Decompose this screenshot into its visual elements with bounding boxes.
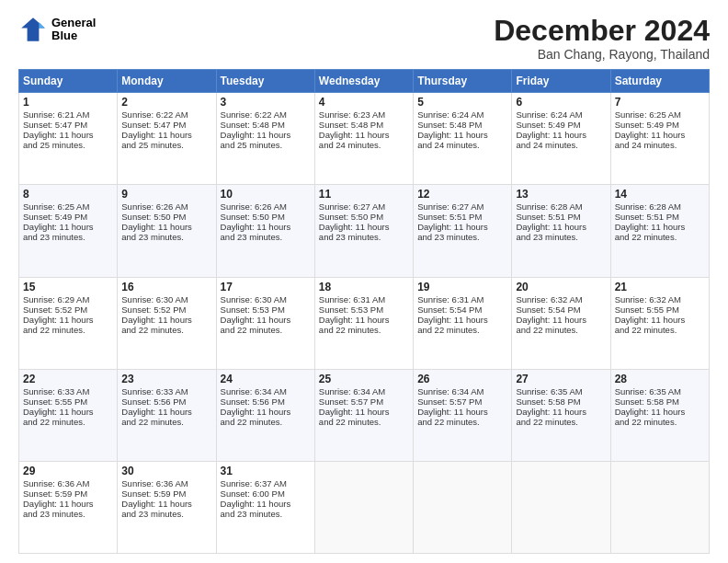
calendar-day: [414, 461, 512, 553]
day-number: 20: [516, 281, 606, 293]
day-number: 14: [615, 188, 705, 201]
day-number: 12: [417, 188, 507, 201]
day-info: Sunset: 5:48 PM: [417, 120, 507, 130]
day-info: Daylight: 11 hours: [23, 499, 113, 509]
day-info: and 22 minutes.: [417, 325, 507, 335]
calendar-day: 30Sunrise: 6:36 AMSunset: 5:59 PMDayligh…: [118, 461, 216, 553]
day-info: Sunrise: 6:28 AM: [615, 201, 705, 212]
calendar-day: 29Sunrise: 6:36 AMSunset: 5:59 PMDayligh…: [19, 461, 118, 553]
day-info: Sunset: 5:51 PM: [417, 212, 507, 222]
header-sunday: Sunday: [19, 70, 118, 93]
day-info: Sunrise: 6:36 AM: [121, 478, 211, 488]
day-info: and 22 minutes.: [615, 232, 705, 242]
day-number: 26: [417, 373, 507, 385]
svg-marker-0: [21, 17, 45, 41]
day-info: Sunset: 5:58 PM: [516, 396, 606, 407]
day-info: Sunrise: 6:36 AM: [23, 478, 113, 488]
day-info: Sunset: 5:47 PM: [23, 120, 113, 130]
day-info: Sunrise: 6:24 AM: [516, 109, 606, 120]
day-info: Sunrise: 6:26 AM: [221, 201, 311, 212]
day-info: and 22 minutes.: [615, 325, 705, 335]
day-info: Daylight: 11 hours: [319, 407, 409, 417]
calendar-week-1: 8Sunrise: 6:25 AMSunset: 5:49 PMDaylight…: [19, 185, 710, 277]
day-info: and 23 minutes.: [221, 509, 311, 519]
day-number: 24: [221, 373, 311, 385]
logo: General Blue: [18, 15, 96, 44]
day-info: and 24 minutes.: [516, 140, 606, 150]
day-info: Sunset: 5:51 PM: [615, 212, 705, 222]
header-wednesday: Wednesday: [314, 70, 413, 93]
day-info: and 23 minutes.: [516, 232, 606, 242]
day-info: Sunrise: 6:35 AM: [516, 386, 606, 396]
calendar-day: 4Sunrise: 6:23 AMSunset: 5:48 PMDaylight…: [314, 93, 413, 185]
calendar-day: 9Sunrise: 6:26 AMSunset: 5:50 PMDaylight…: [118, 185, 216, 277]
calendar-day: 28Sunrise: 6:35 AMSunset: 5:58 PMDayligh…: [610, 369, 709, 461]
day-info: and 22 minutes.: [23, 417, 113, 427]
day-info: Sunset: 5:57 PM: [319, 396, 409, 407]
calendar-header-row: SundayMondayTuesdayWednesdayThursdayFrid…: [19, 70, 710, 93]
day-number: 11: [319, 188, 409, 201]
day-info: and 25 minutes.: [23, 140, 113, 150]
day-number: 4: [319, 96, 409, 109]
day-info: and 23 minutes.: [23, 232, 113, 242]
calendar-week-0: 1Sunrise: 6:21 AMSunset: 5:47 PMDaylight…: [19, 93, 710, 185]
day-number: 15: [23, 281, 113, 293]
day-info: and 25 minutes.: [221, 140, 311, 150]
day-info: Sunrise: 6:30 AM: [121, 294, 211, 304]
day-info: Sunrise: 6:29 AM: [23, 294, 113, 304]
day-info: and 22 minutes.: [319, 417, 409, 427]
day-info: Sunset: 5:59 PM: [23, 488, 113, 499]
day-number: 13: [516, 188, 606, 201]
calendar-week-4: 29Sunrise: 6:36 AMSunset: 5:59 PMDayligh…: [19, 461, 710, 553]
day-info: Sunset: 5:51 PM: [516, 212, 606, 222]
day-number: 30: [121, 465, 211, 477]
day-info: Daylight: 11 hours: [23, 315, 113, 325]
day-info: Sunset: 5:53 PM: [319, 304, 409, 315]
day-info: and 23 minutes.: [221, 232, 311, 242]
day-info: Sunset: 5:52 PM: [121, 304, 211, 315]
calendar-day: 14Sunrise: 6:28 AMSunset: 5:51 PMDayligh…: [610, 185, 709, 277]
day-info: and 22 minutes.: [615, 417, 705, 427]
calendar-day: 15Sunrise: 6:29 AMSunset: 5:52 PMDayligh…: [19, 277, 118, 369]
day-info: Daylight: 11 hours: [319, 130, 409, 140]
calendar-day: 7Sunrise: 6:25 AMSunset: 5:49 PMDaylight…: [610, 93, 709, 185]
day-info: Sunrise: 6:25 AM: [23, 201, 113, 212]
day-number: 27: [516, 373, 606, 385]
day-number: 2: [121, 96, 211, 109]
day-info: Daylight: 11 hours: [23, 130, 113, 140]
day-number: 1: [23, 96, 113, 109]
day-info: Daylight: 11 hours: [417, 315, 507, 325]
calendar-day: 20Sunrise: 6:32 AMSunset: 5:54 PMDayligh…: [512, 277, 610, 369]
calendar-day: 11Sunrise: 6:27 AMSunset: 5:50 PMDayligh…: [314, 185, 413, 277]
day-info: Daylight: 11 hours: [417, 222, 507, 232]
calendar-day: [610, 461, 709, 553]
calendar-day: 23Sunrise: 6:33 AMSunset: 5:56 PMDayligh…: [118, 369, 216, 461]
day-info: Sunrise: 6:22 AM: [121, 109, 211, 120]
header-saturday: Saturday: [610, 70, 709, 93]
logo-text: General Blue: [51, 17, 96, 43]
day-info: Daylight: 11 hours: [221, 130, 311, 140]
day-info: Sunrise: 6:21 AM: [23, 109, 113, 120]
calendar-day: 25Sunrise: 6:34 AMSunset: 5:57 PMDayligh…: [314, 369, 413, 461]
day-number: 10: [221, 188, 311, 201]
day-info: Daylight: 11 hours: [417, 407, 507, 417]
day-info: Daylight: 11 hours: [121, 222, 211, 232]
day-info: Sunrise: 6:22 AM: [221, 109, 311, 120]
day-info: Daylight: 11 hours: [121, 315, 211, 325]
day-number: 3: [221, 96, 311, 109]
day-number: 29: [23, 465, 113, 477]
day-number: 8: [23, 188, 113, 201]
calendar-day: 6Sunrise: 6:24 AMSunset: 5:49 PMDaylight…: [512, 93, 610, 185]
day-info: and 24 minutes.: [615, 140, 705, 150]
day-info: Sunset: 5:47 PM: [121, 120, 211, 130]
day-info: Sunset: 5:55 PM: [23, 396, 113, 407]
calendar-day: [512, 461, 610, 553]
day-info: Sunset: 5:58 PM: [615, 396, 705, 407]
day-info: Sunrise: 6:35 AM: [615, 386, 705, 396]
day-info: Sunrise: 6:37 AM: [221, 478, 311, 488]
day-info: Daylight: 11 hours: [516, 130, 606, 140]
month-title: December 2024: [494, 15, 710, 47]
calendar-table: SundayMondayTuesdayWednesdayThursdayFrid…: [18, 69, 710, 554]
day-info: and 22 minutes.: [516, 325, 606, 335]
svg-marker-1: [39, 22, 44, 28]
